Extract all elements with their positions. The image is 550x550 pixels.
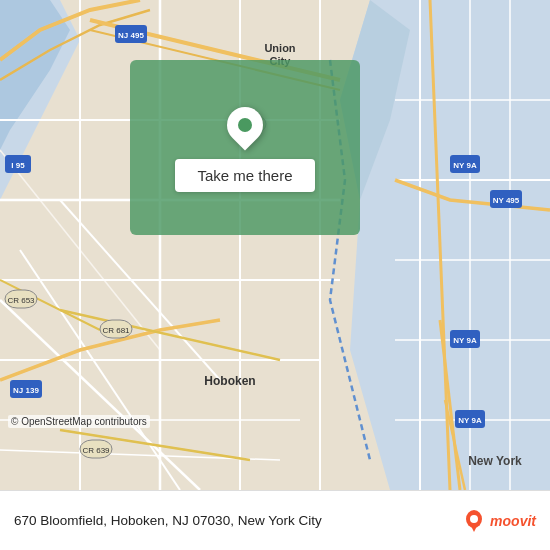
osm-credit: © OpenStreetMap contributors [8,415,150,428]
svg-text:Union: Union [264,42,295,54]
moovit-logo: moovit [462,509,536,533]
svg-text:CR 639: CR 639 [82,446,110,455]
svg-text:NY 9A: NY 9A [453,161,477,170]
svg-text:NJ 495: NJ 495 [118,31,144,40]
svg-text:CR 653: CR 653 [7,296,35,305]
map-view[interactable]: I 95 NJ 495 CR 5 NJ 139 CR 681 CR 653 CR… [0,0,550,490]
moovit-logo-icon [463,510,485,532]
svg-text:Hoboken: Hoboken [204,374,255,388]
take-me-there-button[interactable]: Take me there [175,159,314,192]
moovit-brand-text: moovit [490,513,536,529]
svg-text:CR 681: CR 681 [102,326,130,335]
address-text: 670 Bloomfield, Hoboken, NJ 07030, New Y… [14,513,462,528]
svg-marker-63 [471,526,477,532]
location-overlay: Take me there [130,60,360,235]
svg-text:NJ 139: NJ 139 [13,386,39,395]
location-pin-icon [223,103,267,147]
svg-text:New York: New York [468,454,522,468]
address-city: New York City [238,513,322,528]
svg-text:I 95: I 95 [11,161,25,170]
svg-text:NY 9A: NY 9A [458,416,482,425]
bottom-bar: 670 Bloomfield, Hoboken, NJ 07030, New Y… [0,490,550,550]
svg-text:NY 495: NY 495 [493,196,520,205]
svg-point-62 [470,515,478,523]
address-main: 670 Bloomfield, Hoboken, NJ 07030, [14,513,234,528]
svg-text:NY 9A: NY 9A [453,336,477,345]
